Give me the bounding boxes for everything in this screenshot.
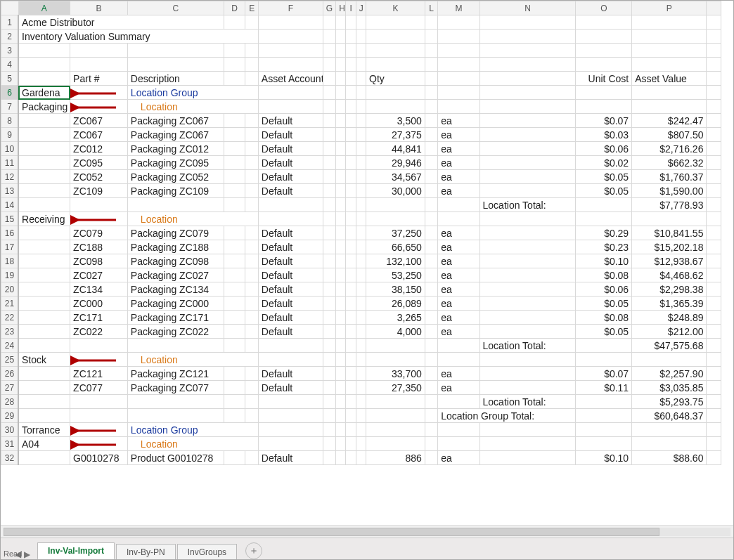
cell-asset[interactable]: Default [258,170,323,184]
cell-val[interactable]: $2,716.26 [632,142,707,156]
cell-asset[interactable]: Default [258,282,323,297]
cell-part[interactable]: ZC095 [70,156,128,170]
cell-uom[interactable]: ea [438,254,479,268]
cell-qty[interactable]: 4,000 [366,325,425,339]
cell-val[interactable]: $10,841.55 [632,226,707,240]
header-val[interactable]: Asset Value [632,72,707,86]
col-header-D[interactable]: D [224,1,245,15]
cell-qty[interactable]: 3,500 [366,114,425,128]
col-header-P[interactable]: P [632,1,707,15]
col-header-F[interactable]: F [258,1,323,15]
group-total-value[interactable]: $60,648.37 [632,409,707,423]
cell-qty[interactable]: 886 [366,451,425,465]
table-row[interactable]: 8ZC067Packaging ZC067Default3,500ea$0.07… [1,114,721,128]
cell-qty[interactable]: 3,265 [366,311,425,325]
row-header[interactable]: 10 [1,142,19,156]
tab-scroll-right-icon[interactable]: ▶ [24,549,30,559]
row-header[interactable]: 17 [1,240,19,254]
table-row[interactable]: 12ZC052Packaging ZC052Default34,567ea$0.… [1,170,721,184]
cell-uom[interactable]: ea [438,128,479,142]
row-header[interactable]: 11 [1,156,19,170]
row-header[interactable]: 21 [1,297,19,311]
col-header-E[interactable]: E [245,1,258,15]
cell-unit[interactable]: $0.06 [576,282,632,297]
location-total-label[interactable]: Location Total: [479,395,576,409]
sheet-tab[interactable]: InvGroups [177,544,237,560]
cell-unit[interactable]: $0.02 [576,156,632,170]
row-header[interactable]: 31 [1,437,19,451]
row-header[interactable]: 15 [1,212,19,226]
table-row[interactable]: 13ZC109Packaging ZC109Default30,000ea$0.… [1,184,721,198]
cell-part[interactable]: ZC052 [70,170,128,184]
cell-unit[interactable]: $0.05 [576,297,632,311]
header-qty[interactable]: Qty [366,72,425,86]
cell-val[interactable]: $4,468.62 [632,268,707,282]
cell-qty[interactable]: 66,650 [366,240,425,254]
cell-uom[interactable]: ea [438,367,479,381]
col-header-I[interactable]: I [346,1,356,15]
table-row[interactable]: 20ZC134Packaging ZC134Default38,150ea$0.… [1,282,721,297]
cell-desc[interactable]: Packaging ZC000 [127,297,224,311]
cell-qty[interactable]: 37,250 [366,226,425,240]
cell-val[interactable]: $662.32 [632,156,707,170]
cell-desc[interactable]: Packaging ZC012 [127,142,224,156]
cell-qty[interactable]: 38,150 [366,282,425,297]
cell-asset[interactable]: Default [258,142,323,156]
cell-uom[interactable]: ea [438,240,479,254]
cell-part[interactable]: ZC012 [70,142,128,156]
cell-asset[interactable]: Default [258,226,323,240]
doc-subtitle[interactable]: Inventory Valuation Summary [18,30,258,44]
cell-asset[interactable]: Default [258,325,323,339]
cell-uom[interactable]: ea [438,381,479,395]
group-total-label[interactable]: Location Group Total: [438,409,576,423]
table-row[interactable]: 22ZC171Packaging ZC171Default3,265ea$0.0… [1,311,721,325]
cell-part[interactable]: ZC171 [70,311,128,325]
cell-unit[interactable]: $0.05 [576,325,632,339]
table-row[interactable]: 9ZC067Packaging ZC067Default27,375ea$0.0… [1,128,721,142]
cell-val[interactable]: $2,298.38 [632,282,707,297]
row-header[interactable]: 1 [1,15,19,30]
header-part[interactable]: Part # [70,72,128,86]
cell-asset[interactable]: Default [258,184,323,198]
cell-part[interactable]: ZC067 [70,114,128,128]
row-header[interactable]: 28 [1,395,19,409]
cell-part[interactable]: ZC188 [70,240,128,254]
row-header[interactable]: 30 [1,423,19,437]
table-row[interactable]: 27ZC077Packaging ZC077Default27,350ea$0.… [1,381,721,395]
cell-desc[interactable]: Packaging ZC188 [127,240,224,254]
cell-part[interactable]: ZC067 [70,128,128,142]
cell-asset[interactable]: Default [258,381,323,395]
cell-uom[interactable]: ea [438,142,479,156]
table-row[interactable]: 23ZC022Packaging ZC022Default4,000ea$0.0… [1,325,721,339]
cell-part[interactable]: ZC079 [70,226,128,240]
row-header[interactable]: 32 [1,451,19,465]
cell-part[interactable]: ZC027 [70,268,128,282]
cell-asset[interactable]: Default [258,451,323,465]
cell-desc[interactable]: Packaging ZC079 [127,226,224,240]
cell-part[interactable]: ZC121 [70,367,128,381]
cell-qty[interactable]: 44,841 [366,142,425,156]
row-header[interactable]: 26 [1,367,19,381]
scrollbar-thumb[interactable] [4,528,659,536]
cell-val[interactable]: $1,365.39 [632,297,707,311]
cell-unit[interactable]: $0.08 [576,268,632,282]
cell-desc[interactable]: Product G0010278 [127,451,224,465]
cell-part[interactable]: ZC134 [70,282,128,297]
cell-unit[interactable]: $0.10 [576,254,632,268]
cell-uom[interactable]: ea [438,311,479,325]
cell-qty[interactable]: 33,700 [366,367,425,381]
location-label[interactable]: Packaging [18,100,70,114]
row-header[interactable]: 3 [1,44,19,58]
cell-part[interactable]: ZC022 [70,325,128,339]
column-header-row[interactable]: A B C D E F G H I J K L M N O P [1,1,721,15]
row-header[interactable]: 13 [1,184,19,198]
row-header[interactable]: 25 [1,353,19,367]
cell-asset[interactable]: Default [258,297,323,311]
location-total-label[interactable]: Location Total: [479,339,576,353]
cell-desc[interactable]: Packaging ZC121 [127,367,224,381]
cell-val[interactable]: $2,257.90 [632,367,707,381]
col-header-K[interactable]: K [366,1,425,15]
header-unit[interactable]: Unit Cost [576,72,632,86]
row-header[interactable]: 22 [1,311,19,325]
cell-desc[interactable]: Packaging ZC109 [127,184,224,198]
